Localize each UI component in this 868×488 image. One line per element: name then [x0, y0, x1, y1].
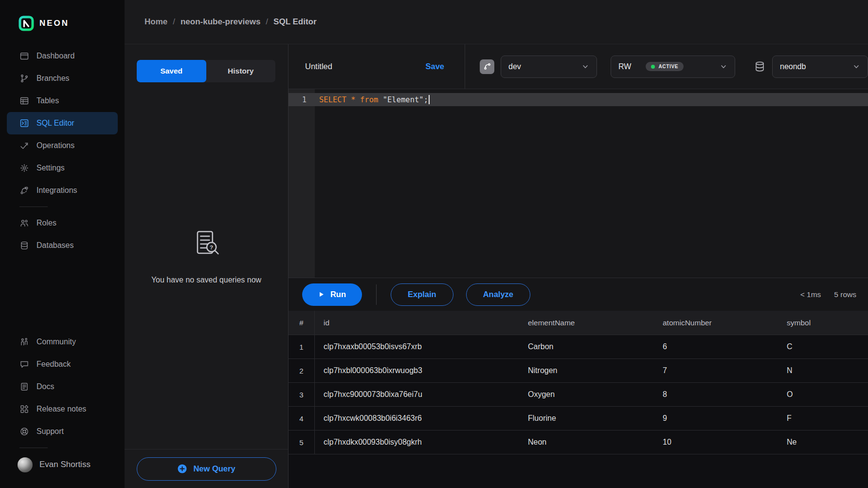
- row-number-cell: 3: [289, 383, 315, 406]
- queries-tabs: Saved History: [137, 60, 275, 82]
- database-select[interactable]: neondb: [772, 56, 868, 78]
- table-cell: Ne: [778, 431, 868, 454]
- breadcrumb-project[interactable]: neon-kube-previews: [181, 17, 260, 27]
- branch-icon-button[interactable]: [480, 59, 494, 74]
- neon-logo[interactable]: NEON: [0, 15, 125, 32]
- database-select-value: neondb: [780, 62, 806, 71]
- sidebar-item-databases[interactable]: Databases: [7, 234, 118, 257]
- branch-select[interactable]: dev: [501, 56, 597, 78]
- sidebar-item-label: SQL Editor: [36, 119, 74, 128]
- user-menu[interactable]: Evan Shortiss: [7, 453, 118, 476]
- svg-text:?: ?: [210, 244, 213, 250]
- table-cell: Nitrogen: [519, 359, 654, 382]
- sidebar-item-tables[interactable]: Tables: [7, 90, 118, 112]
- sidebar-item-label: Integrations: [36, 186, 77, 195]
- sidebar-item-sql-editor[interactable]: SQL Editor: [7, 112, 118, 134]
- empty-state: ? You have no saved queries now: [125, 82, 288, 449]
- plus-circle-icon: [177, 464, 187, 474]
- sidebar-item-roles[interactable]: Roles: [7, 212, 118, 234]
- sidebar-divider: [19, 448, 48, 448]
- text-cursor: [429, 95, 430, 104]
- table-cell: F: [778, 407, 868, 430]
- support-icon: [19, 427, 29, 436]
- table-cell: 9: [654, 407, 778, 430]
- sidebar-item-label: Operations: [36, 141, 74, 150]
- sql-code-editor[interactable]: 1 SELECT * from "Element";: [289, 89, 868, 278]
- community-icon: [19, 337, 29, 347]
- sidebar-item-label: Dashboard: [36, 52, 74, 60]
- app-window: NEON DashboardBranchesTablesSQL EditorOp…: [0, 0, 868, 488]
- branch-select-value: dev: [508, 62, 521, 71]
- play-icon: [318, 291, 325, 298]
- sidebar-item-release-notes[interactable]: Release notes: [7, 398, 118, 420]
- column-header-row-number: #: [289, 311, 315, 335]
- sidebar-nav-main: DashboardBranchesTablesSQL EditorOperati…: [0, 45, 125, 202]
- breadcrumb-home[interactable]: Home: [145, 17, 167, 27]
- save-button[interactable]: Save: [425, 62, 444, 71]
- compute-select[interactable]: RW ACTIVE: [611, 56, 735, 78]
- sidebar-item-docs[interactable]: Docs: [7, 375, 118, 398]
- column-header-id: id: [315, 311, 519, 335]
- sidebar-item-dashboard[interactable]: Dashboard: [7, 45, 118, 67]
- table-cell: clp7hxcwk00083b0i6i3463r6: [315, 407, 519, 430]
- query-duration: < 1ms: [800, 290, 821, 299]
- sidebar-item-label: Branches: [36, 74, 70, 83]
- tab-history[interactable]: History: [206, 60, 276, 82]
- sql-statement: SELECT * from "Element";: [319, 95, 428, 104]
- sidebar-item-branches[interactable]: Branches: [7, 67, 118, 90]
- code-token: from: [360, 95, 378, 104]
- sidebar-item-label: Settings: [36, 164, 65, 172]
- explain-button[interactable]: Explain: [391, 283, 453, 306]
- top-header: Home / neon-kube-previews / SQL Editor: [125, 0, 868, 44]
- sidebar-item-label: Release notes: [36, 405, 86, 413]
- table-cell: clp7hxaxb00053b0isvs67xrb: [315, 335, 519, 358]
- topbar-divider: [465, 44, 465, 89]
- analyze-button[interactable]: Analyze: [466, 283, 530, 306]
- code-token: "Element";: [383, 95, 428, 104]
- table-row: 2clp7hxbl000063b0ixrwuogb3Nitrogen7N: [289, 359, 868, 383]
- saved-queries-panel: Saved History ? You have no saved que: [125, 44, 289, 488]
- column-header-atomicnumber: atomicNumber: [654, 311, 778, 335]
- sidebar-item-support[interactable]: Support: [7, 420, 118, 443]
- sidebar-nav-admin: RolesDatabases: [0, 212, 125, 257]
- tab-saved[interactable]: Saved: [137, 60, 206, 82]
- branches-icon: [19, 74, 29, 83]
- query-title: Untitled: [305, 62, 332, 71]
- table-row: 4clp7hxcwk00083b0i6i3463r6Fluorine9F: [289, 407, 868, 431]
- sidebar-item-label: Feedback: [36, 360, 71, 369]
- run-label: Run: [330, 290, 346, 299]
- branch-icon: [483, 62, 491, 71]
- actions-bar: Run Explain Analyze < 1ms 5 rows: [289, 278, 868, 311]
- table-cell: clp7hxdkx00093b0isy08gkrh: [315, 431, 519, 454]
- table-cell: N: [778, 359, 868, 382]
- row-number-cell: 4: [289, 407, 315, 430]
- line-number: 1: [289, 95, 315, 104]
- results-table: #idelementNameatomicNumbersymbol1clp7hxa…: [289, 311, 868, 488]
- chevron-down-icon: [720, 63, 727, 71]
- code-token: SELECT: [319, 95, 346, 104]
- brand-wordmark: NEON: [39, 19, 69, 28]
- docs-icon: [19, 382, 29, 392]
- sidebar-item-community[interactable]: Community: [7, 331, 118, 353]
- sidebar: NEON DashboardBranchesTablesSQL EditorOp…: [0, 0, 125, 488]
- run-button[interactable]: Run: [302, 283, 362, 306]
- table-cell: 7: [654, 359, 778, 382]
- release-notes-icon: [19, 404, 29, 414]
- sidebar-item-feedback[interactable]: Feedback: [7, 353, 118, 375]
- sql-editor-section: Untitled Save dev: [289, 44, 868, 488]
- dashboard-icon: [19, 51, 29, 61]
- table-row: 3clp7hxc9000073b0ixa76ei7uOxygen8O: [289, 383, 868, 407]
- sidebar-item-integrations[interactable]: Integrations: [7, 179, 118, 202]
- row-number-cell: 2: [289, 359, 315, 382]
- new-query-button[interactable]: New Query: [137, 457, 276, 481]
- empty-state-text: You have no saved queries now: [151, 276, 261, 284]
- actions-divider: [376, 284, 377, 305]
- table-cell: 8: [654, 383, 778, 406]
- code-line-1: 1 SELECT * from "Element";: [289, 93, 868, 106]
- table-cell: C: [778, 335, 868, 358]
- sidebar-item-operations[interactable]: Operations: [7, 134, 118, 157]
- sidebar-item-settings[interactable]: Settings: [7, 157, 118, 179]
- code-token: [346, 95, 351, 104]
- operations-icon: [19, 141, 29, 150]
- tables-icon: [19, 96, 29, 106]
